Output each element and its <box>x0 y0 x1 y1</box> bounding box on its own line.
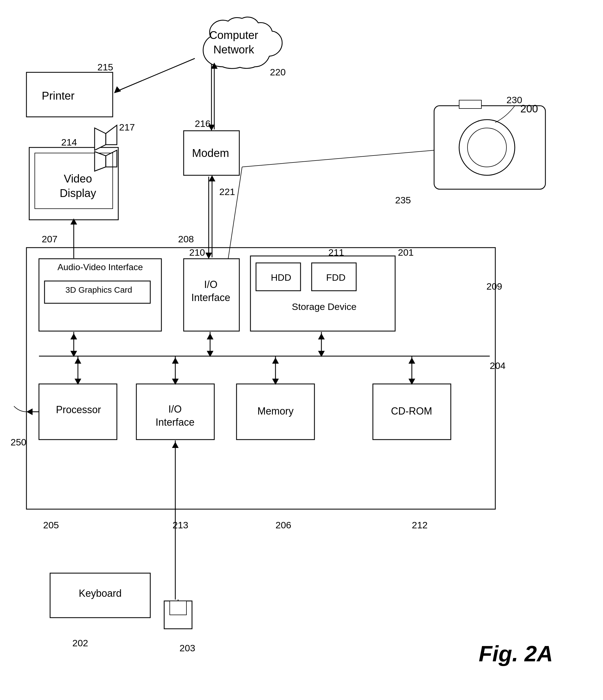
label-250: 250 <box>10 437 26 448</box>
label-206: 206 <box>275 520 291 530</box>
diagram: Computer Network 220 Printer 215 VideoDi… <box>0 0 603 700</box>
svg-point-25 <box>468 128 506 167</box>
label-200: 200 <box>520 103 538 115</box>
storage-device-label: Storage Device <box>253 300 395 313</box>
label-204: 204 <box>490 360 506 371</box>
label-208: 208 <box>178 234 194 245</box>
processor-label: Processor <box>44 403 113 417</box>
video-display-label: VideoDisplay <box>39 171 117 200</box>
label-202: 202 <box>72 638 88 649</box>
label-211: 211 <box>328 247 344 258</box>
label-216: 216 <box>195 118 211 129</box>
svg-rect-26 <box>459 100 481 108</box>
label-235: 235 <box>395 195 411 206</box>
printer-label: Printer <box>42 89 75 103</box>
keyboard-label: Keyboard <box>61 587 139 600</box>
svg-marker-38 <box>209 175 216 181</box>
label-205: 205 <box>43 520 59 530</box>
svg-rect-14 <box>170 601 186 615</box>
graphics-card-label: 3D Graphics Card <box>49 284 149 295</box>
computer-network-label: Computer Network <box>198 28 270 57</box>
label-220: 220 <box>270 67 286 78</box>
label-215: 215 <box>97 62 113 73</box>
label-203: 203 <box>179 643 195 653</box>
label-221: 221 <box>219 186 235 197</box>
svg-marker-20 <box>95 128 106 150</box>
label-210: 210 <box>189 247 205 258</box>
label-230: 230 <box>506 95 522 105</box>
svg-line-33 <box>242 150 434 167</box>
label-207: 207 <box>42 234 58 245</box>
svg-line-31 <box>116 58 195 92</box>
label-201: 201 <box>398 247 414 258</box>
audio-video-label: Audio-Video Interface <box>43 261 157 273</box>
label-212: 212 <box>412 520 428 530</box>
cdrom-label: CD-ROM <box>376 405 448 418</box>
label-213: 213 <box>173 520 189 530</box>
svg-line-34 <box>228 167 242 259</box>
io-interface-bottom-label: I/OInterface <box>139 403 211 429</box>
figure-label: Fig. 2A <box>479 641 553 667</box>
label-214: 214 <box>61 137 77 148</box>
label-217: 217 <box>119 122 135 133</box>
io-interface-top-label: I/OInterface <box>185 278 236 304</box>
memory-label: Memory <box>241 405 310 418</box>
fdd-label: FDD <box>315 271 357 283</box>
label-209: 209 <box>486 281 502 292</box>
hdd-label: HDD <box>260 271 302 283</box>
modem-label: Modem <box>192 146 229 160</box>
svg-marker-19 <box>106 125 117 145</box>
